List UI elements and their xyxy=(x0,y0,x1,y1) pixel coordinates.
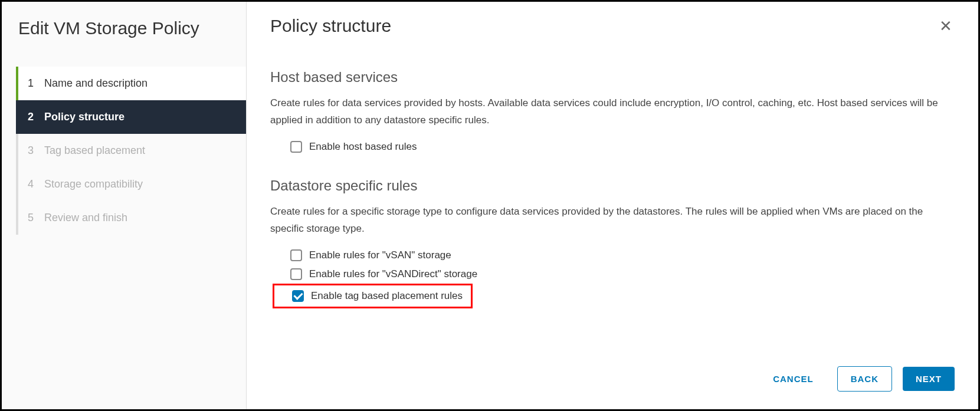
host-based-services-section: Host based services Create rules for dat… xyxy=(270,69,955,156)
wizard-content: Policy structure ✕ Host based services C… xyxy=(247,2,978,409)
datastore-section-desc: Create rules for a specific storage type… xyxy=(270,203,955,238)
enable-host-based-rules-row[interactable]: Enable host based rules xyxy=(270,137,955,156)
sidebar-title: Edit VM Storage Policy xyxy=(2,2,246,67)
checkbox-label: Enable rules for "vSANDirect" storage xyxy=(309,268,477,280)
enable-vsan-rules-row[interactable]: Enable rules for "vSAN" storage xyxy=(270,246,955,265)
content-header: Policy structure ✕ xyxy=(270,16,955,36)
checkbox-label: Enable tag based placement rules xyxy=(311,290,463,302)
next-button[interactable]: NEXT xyxy=(903,367,955,391)
step-label: Storage compatibility xyxy=(44,178,143,190)
wizard-step-policy-structure[interactable]: 2 Policy structure xyxy=(16,100,246,134)
step-number: 5 xyxy=(28,212,44,224)
back-button[interactable]: BACK xyxy=(837,366,892,392)
enable-vsan-rules-checkbox[interactable] xyxy=(290,249,302,261)
host-section-title: Host based services xyxy=(270,69,955,86)
edit-vm-storage-policy-dialog: Edit VM Storage Policy 1 Name and descri… xyxy=(2,2,978,409)
close-icon[interactable]: ✕ xyxy=(937,16,955,36)
page-title: Policy structure xyxy=(270,16,391,36)
step-number: 4 xyxy=(28,178,44,190)
step-number: 2 xyxy=(28,111,44,123)
wizard-step-tag-based-placement: 3 Tag based placement xyxy=(16,134,246,167)
step-number: 3 xyxy=(28,144,44,157)
enable-tag-based-placement-row[interactable]: Enable tag based placement rules xyxy=(292,287,465,305)
enable-tag-based-placement-checkbox[interactable] xyxy=(292,290,304,302)
enable-host-based-rules-checkbox[interactable] xyxy=(290,141,302,153)
checkbox-label: Enable host based rules xyxy=(309,141,417,153)
step-label: Tag based placement xyxy=(44,144,145,157)
step-label: Policy structure xyxy=(44,111,124,123)
step-label: Review and finish xyxy=(44,212,127,224)
wizard-step-name-description[interactable]: 1 Name and description xyxy=(16,67,246,100)
wizard-step-review-finish: 5 Review and finish xyxy=(16,201,246,235)
step-label: Name and description xyxy=(44,77,148,90)
cancel-button[interactable]: CANCEL xyxy=(760,367,827,391)
datastore-section-title: Datastore specific rules xyxy=(270,177,955,194)
enable-vsandirect-rules-checkbox[interactable] xyxy=(290,268,302,280)
wizard-steps: 1 Name and description 2 Policy structur… xyxy=(2,67,246,235)
host-section-desc: Create rules for data services provided … xyxy=(270,95,955,129)
step-number: 1 xyxy=(28,77,44,90)
datastore-specific-rules-section: Datastore specific rules Create rules fo… xyxy=(270,177,955,308)
highlighted-option: Enable tag based placement rules xyxy=(273,284,473,308)
wizard-step-storage-compatibility: 4 Storage compatibility xyxy=(16,167,246,201)
checkbox-label: Enable rules for "vSAN" storage xyxy=(309,249,451,261)
wizard-sidebar: Edit VM Storage Policy 1 Name and descri… xyxy=(2,2,247,409)
enable-vsandirect-rules-row[interactable]: Enable rules for "vSANDirect" storage xyxy=(270,265,955,284)
wizard-footer: CANCEL BACK NEXT xyxy=(270,352,955,409)
